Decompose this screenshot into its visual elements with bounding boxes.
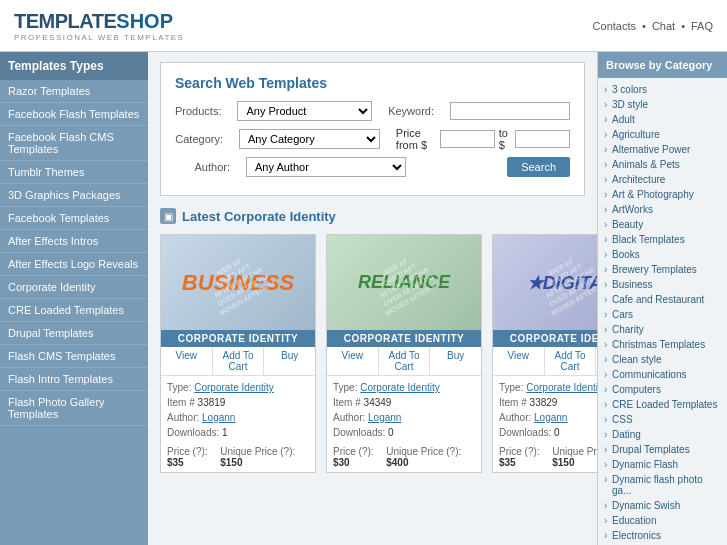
sidebar-item-flash-cms[interactable]: Flash CMS Templates	[0, 345, 148, 368]
price-to-input[interactable]	[515, 130, 570, 148]
price-val-3: $35	[499, 457, 516, 468]
product-label-1: CORPORATE IDENTITY	[161, 330, 315, 347]
sidebar-item-flash-intro[interactable]: Flash Intro Templates	[0, 368, 148, 391]
price-col-2: Price (?): $30	[333, 446, 386, 468]
cat-beauty[interactable]: Beauty	[598, 217, 727, 232]
product-buy-2[interactable]: Buy	[430, 347, 481, 375]
author-val-3[interactable]: Logann	[534, 412, 567, 423]
cat-black-templates[interactable]: Black Templates	[598, 232, 727, 247]
cat-dynamic-flash[interactable]: Dynamic Flash	[598, 457, 727, 472]
cat-dynamic-flash-photo[interactable]: Dynamic flash photo ga...	[598, 472, 727, 498]
cat-artworks[interactable]: ArtWorks	[598, 202, 727, 217]
cat-drupal[interactable]: Drupal Templates	[598, 442, 727, 457]
sidebar-item-after-effects-intros[interactable]: After Effects Intros	[0, 230, 148, 253]
right-sidebar: Browse by Category 3 colors 3D style Adu…	[597, 52, 727, 545]
author-lbl-2: Author:	[333, 412, 365, 423]
product-image-3[interactable]: ★DIGITAL WEB AFOWED AFTAFTER PURCHAOVED …	[493, 235, 597, 330]
product-addcart-2[interactable]: Add To Cart	[379, 347, 431, 375]
cat-business[interactable]: Business	[598, 277, 727, 292]
product-view-1[interactable]: View	[161, 347, 213, 375]
price-val-1: $35	[167, 457, 184, 468]
sidebar-item-tumblr[interactable]: Tumblr Themes	[0, 161, 148, 184]
price-from-input[interactable]	[440, 130, 495, 148]
cat-architecture[interactable]: Architecture	[598, 172, 727, 187]
search-button[interactable]: Search	[507, 157, 570, 177]
cat-education[interactable]: Education	[598, 513, 727, 528]
price-label-1: Price (?):	[167, 446, 208, 457]
sidebar-item-fb-flash-cms[interactable]: Facebook Flash CMS Templates	[0, 126, 148, 161]
product-image-1[interactable]: BUSINESS WEB AFOWED AFTAFTER PURCHAOVED …	[161, 235, 315, 330]
watermark-1: WEB AFOWED AFTAFTER PURCHAOVED AFTER PUM…	[161, 235, 315, 330]
product-card-1: BUSINESS WEB AFOWED AFTAFTER PURCHAOVED …	[160, 234, 316, 473]
cat-electronics[interactable]: Electronics	[598, 528, 727, 543]
cat-animals[interactable]: Animals & Pets	[598, 157, 727, 172]
sidebar-item-fb-flash[interactable]: Facebook Flash Templates	[0, 103, 148, 126]
cat-agriculture[interactable]: Agriculture	[598, 127, 727, 142]
product-view-2[interactable]: View	[327, 347, 379, 375]
keyword-input[interactable]	[450, 102, 570, 120]
logo: TEMPLATE SHOP PROFESSIONAL WEB TEMPLATES	[14, 10, 184, 42]
author-lbl-3: Author:	[499, 412, 531, 423]
sidebar-item-drupal[interactable]: Drupal Templates	[0, 322, 148, 345]
nav-contacts[interactable]: Contacts	[593, 20, 636, 32]
product-view-3[interactable]: View	[493, 347, 545, 375]
category-select[interactable]: Any Category	[239, 129, 380, 149]
sidebar-item-corporate[interactable]: Corporate Identity	[0, 276, 148, 299]
unique-col-1: Unique Price (?): $150	[220, 446, 309, 468]
type-val-3[interactable]: Corporate Identity	[526, 382, 597, 393]
price-label-3: Price (?):	[499, 446, 540, 457]
cat-cars[interactable]: Cars	[598, 307, 727, 322]
author-select[interactable]: Any Author	[246, 157, 406, 177]
dl-label-3: Downloads:	[499, 427, 551, 438]
section-icon: ▣	[160, 208, 176, 224]
cat-charity[interactable]: Charity	[598, 322, 727, 337]
product-actions-1: View Add To Cart Buy	[161, 347, 315, 376]
cat-computers[interactable]: Computers	[598, 382, 727, 397]
cat-alt-power[interactable]: Alternative Power	[598, 142, 727, 157]
product-image-2[interactable]: RELIANCE WEB AFOWED AFTAFTER PURCHAOVED …	[327, 235, 481, 330]
cat-comms[interactable]: Communications	[598, 367, 727, 382]
author-val-1[interactable]: Logann	[202, 412, 235, 423]
cat-brewery[interactable]: Brewery Templates	[598, 262, 727, 277]
cat-art-photo[interactable]: Art & Photography	[598, 187, 727, 202]
sidebar-item-flash-photo[interactable]: Flash Photo Gallery Templates	[0, 391, 148, 426]
dl-val-1: 1	[222, 427, 228, 438]
cat-dynamic-swish[interactable]: Dynamic Swish	[598, 498, 727, 513]
unique-val-3: $150	[552, 457, 574, 468]
logo-template-text: TEMPLATE	[14, 10, 116, 33]
search-row-products: Products: Any Product Keyword:	[175, 101, 570, 121]
cat-3colors[interactable]: 3 colors	[598, 82, 727, 97]
cat-books[interactable]: Books	[598, 247, 727, 262]
sidebar-item-3d-graphics[interactable]: 3D Graphics Packages	[0, 184, 148, 207]
nav-faq[interactable]: FAQ	[691, 20, 713, 32]
author-val-2[interactable]: Logann	[368, 412, 401, 423]
section-icon-glyph: ▣	[164, 211, 173, 222]
cat-css[interactable]: CSS	[598, 412, 727, 427]
products-label: Products:	[175, 105, 221, 117]
cat-dating[interactable]: Dating	[598, 427, 727, 442]
product-buy-1[interactable]: Buy	[264, 347, 315, 375]
cat-christmas[interactable]: Christmas Templates	[598, 337, 727, 352]
cat-cre-loaded[interactable]: CRE Loaded Templates	[598, 397, 727, 412]
type-val-2[interactable]: Corporate Identity	[360, 382, 440, 393]
header-nav: Contacts • Chat • FAQ	[593, 20, 713, 32]
products-select[interactable]: Any Product	[237, 101, 372, 121]
item-num-3: 33829	[530, 397, 558, 408]
sidebar-item-facebook[interactable]: Facebook Templates	[0, 207, 148, 230]
price-to-label: to $	[499, 127, 511, 151]
sidebar-item-after-effects-logo[interactable]: After Effects Logo Reveals	[0, 253, 148, 276]
price-col-1: Price (?): $35	[167, 446, 220, 468]
type-val-1[interactable]: Corporate Identity	[194, 382, 274, 393]
watermark-3: WEB AFOWED AFTAFTER PURCHAOVED AFTER PUM…	[493, 235, 597, 330]
item-label-3: Item #	[499, 397, 527, 408]
sidebar-item-cre-loaded[interactable]: CRE Loaded Templates	[0, 299, 148, 322]
unique-val-1: $150	[220, 457, 242, 468]
cat-clean[interactable]: Clean style	[598, 352, 727, 367]
cat-adult[interactable]: Adult	[598, 112, 727, 127]
sidebar-item-razor[interactable]: Razor Templates	[0, 80, 148, 103]
nav-chat[interactable]: Chat	[652, 20, 675, 32]
cat-cafe[interactable]: Cafe and Restaurant	[598, 292, 727, 307]
product-addcart-3[interactable]: Add To Cart	[545, 347, 597, 375]
product-addcart-1[interactable]: Add To Cart	[213, 347, 265, 375]
cat-3dstyle[interactable]: 3D style	[598, 97, 727, 112]
